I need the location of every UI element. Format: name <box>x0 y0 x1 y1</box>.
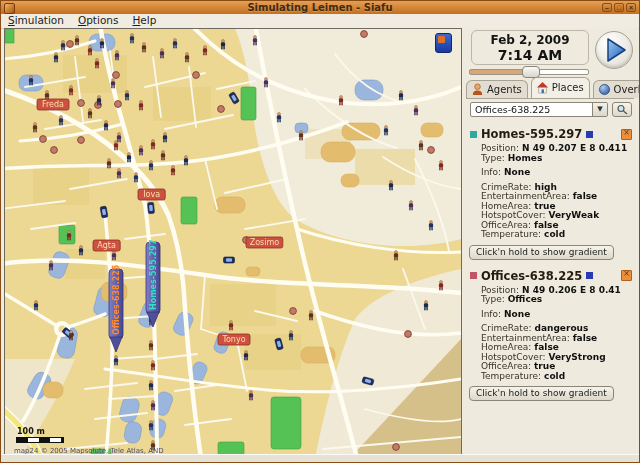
place-banner[interactable]: Homes-595.297 <box>146 240 160 327</box>
svg-text:Tonyo: Tonyo <box>221 335 245 344</box>
place-dot-marker <box>361 31 368 38</box>
place-field-row: Temperature:cold <box>481 230 634 240</box>
show-gradient-button[interactable]: Click'n hold to show gradient <box>469 245 614 260</box>
place-card-offices: Offices-638.225 Position:N 49 0.206 E 8 … <box>468 269 634 402</box>
menu-bar: Simulation Options Help <box>1 14 639 29</box>
place-field-row: Info:None <box>481 168 634 178</box>
simulation-speed-slider[interactable] <box>469 66 589 76</box>
place-dot-marker <box>40 136 47 143</box>
place-dot-marker <box>428 147 435 154</box>
place-card-homes: Homes-595.297 Position:N 49 0.207 E 8 0.… <box>468 127 634 260</box>
svg-text:Freda: Freda <box>42 100 64 109</box>
chevron-down-icon[interactable]: ▼ <box>592 103 607 116</box>
application-window: Simulating Leimen - Siafu – □ × Simulati… <box>0 0 640 463</box>
minimize-button[interactable]: – <box>602 3 612 12</box>
place-selector[interactable]: Offices-638.225 ▼ <box>470 102 608 117</box>
simulation-date: Feb 2, 2009 <box>472 33 588 47</box>
place-dot-marker <box>113 72 120 79</box>
place-dot-marker <box>393 444 400 451</box>
title-bar[interactable]: Simulating Leimen - Siafu – □ × <box>1 1 639 14</box>
search-icon <box>616 104 629 115</box>
place-title: Homes-595.297 <box>481 127 582 141</box>
agent-name-label[interactable]: Tonyo <box>218 334 250 345</box>
overlay-sphere-icon <box>598 83 611 96</box>
agent-name-label[interactable]: Freda <box>37 99 69 110</box>
simulation-time: 7:14 AM <box>472 47 588 63</box>
place-selector-value: Offices-638.225 <box>471 103 592 116</box>
place-dot-marker <box>218 106 225 113</box>
agent-name-label[interactable]: Zosimo <box>246 237 283 248</box>
agent-name-label[interactable]: Iova <box>138 189 165 200</box>
map24-logo-icon <box>435 33 452 53</box>
svg-text:Zosimo: Zosimo <box>250 238 280 247</box>
play-icon <box>596 32 632 68</box>
menu-options[interactable]: Options <box>71 14 126 28</box>
agent-name-label[interactable]: Agta <box>93 240 120 251</box>
map-viewport[interactable]: Offices-638.225Homes-595.297FredaIovaAgt… <box>4 28 462 458</box>
place-dot-marker <box>78 137 85 144</box>
place-info-area: Homes-595.297 Position:N 49 0.207 E 8 0.… <box>468 124 634 454</box>
place-accent-swatch <box>470 131 477 138</box>
place-field-row: Type:Homes <box>481 154 634 164</box>
map-scale-bar <box>16 437 64 443</box>
remove-place-icon[interactable] <box>621 270 632 281</box>
place-marker-swatch <box>586 272 593 279</box>
tab-places[interactable]: Places <box>531 77 590 98</box>
svg-text:Iova: Iova <box>143 190 160 199</box>
place-field-row: Temperature:cold <box>481 372 634 382</box>
window-bottom-border <box>1 454 639 462</box>
agent-person-icon <box>471 83 484 96</box>
tab-overlays[interactable]: Overlays <box>593 80 640 98</box>
maximize-button[interactable]: □ <box>614 3 624 12</box>
place-dot-marker <box>405 331 412 338</box>
vehicle-marker[interactable] <box>224 257 235 263</box>
place-accent-swatch <box>470 272 477 279</box>
place-marker-swatch <box>586 131 593 138</box>
svg-text:Agta: Agta <box>97 241 116 250</box>
simulation-clock: Feb 2, 2009 7:14 AM <box>471 30 589 65</box>
remove-place-icon[interactable] <box>621 129 632 140</box>
place-dot-marker <box>115 101 122 108</box>
city-map[interactable]: Offices-638.225Homes-595.297FredaIovaAgt… <box>5 29 461 458</box>
play-button[interactable] <box>595 31 633 69</box>
svg-text:Offices-638.225: Offices-638.225 <box>112 264 121 335</box>
place-title: Offices-638.225 <box>481 269 582 283</box>
place-field-row: Info:None <box>481 310 634 320</box>
search-button[interactable] <box>612 102 632 117</box>
show-gradient-button[interactable]: Click'n hold to show gradient <box>469 386 614 401</box>
place-dot-marker <box>51 147 58 154</box>
place-dot-marker <box>67 41 74 48</box>
place-dot-marker <box>290 308 297 315</box>
place-banner[interactable]: Offices-638.225 <box>109 264 123 352</box>
tab-bar: Agents Places Overlays <box>466 79 634 99</box>
svg-text:Homes-595.297: Homes-595.297 <box>149 240 158 310</box>
place-dot-marker <box>193 72 200 79</box>
menu-help[interactable]: Help <box>125 14 163 28</box>
tab-agents[interactable]: Agents <box>466 80 528 98</box>
vehicle-marker[interactable] <box>148 202 155 213</box>
place-field-row: Type:Offices <box>481 295 634 305</box>
close-button[interactable]: × <box>626 3 636 12</box>
map-scale-label: 100 m <box>17 427 45 436</box>
place-dot-marker <box>78 100 85 107</box>
menu-simulation[interactable]: Simulation <box>1 14 71 28</box>
control-panel: Feb 2, 2009 7:14 AM Agents <box>462 28 638 456</box>
window-title: Simulating Leimen - Siafu <box>1 2 639 13</box>
house-icon <box>536 81 549 94</box>
